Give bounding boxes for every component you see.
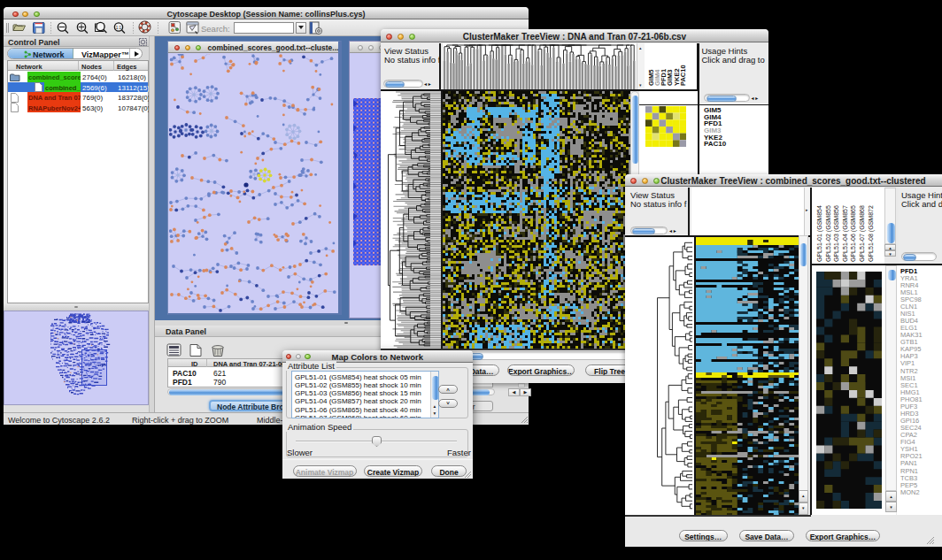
svg-text:1:1: 1:1 [116, 26, 122, 30]
